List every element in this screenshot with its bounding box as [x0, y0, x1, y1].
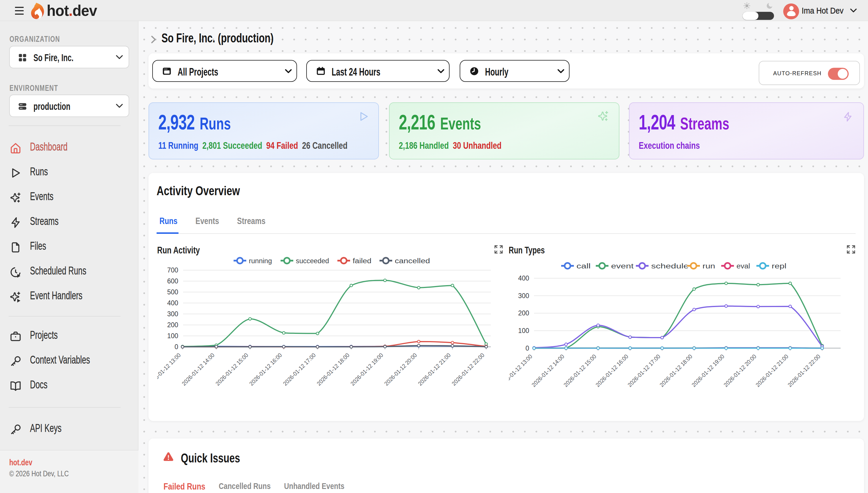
svg-text:succeeded: succeeded — [296, 257, 329, 265]
svg-text:2026-01-12 20:00: 2026-01-12 20:00 — [722, 353, 758, 388]
svg-text:cancelled: cancelled — [395, 257, 430, 265]
svg-text:600: 600 — [167, 277, 178, 285]
svg-text:500: 500 — [167, 288, 178, 296]
svg-text:2026-01-12 14:00: 2026-01-12 14:00 — [181, 352, 216, 387]
svg-text:2026-01-12 17:00: 2026-01-12 17:00 — [282, 352, 317, 387]
svg-text:2026-01-12 16:00: 2026-01-12 16:00 — [594, 353, 630, 388]
svg-text:200: 200 — [518, 309, 529, 317]
svg-text:2026-01-12 19:00: 2026-01-12 19:00 — [349, 352, 384, 387]
svg-text:100: 100 — [518, 327, 529, 335]
svg-text:2026-01-12 22:00: 2026-01-12 22:00 — [450, 352, 486, 387]
svg-text:run: run — [702, 262, 715, 270]
svg-text:0: 0 — [174, 343, 178, 350]
svg-text:2026-01-12 15:00: 2026-01-12 15:00 — [562, 353, 597, 388]
svg-text:2026-01-12 20:00: 2026-01-12 20:00 — [383, 352, 418, 387]
svg-text:call: call — [576, 262, 591, 270]
svg-text:schedule: schedule — [651, 262, 689, 270]
svg-text:700: 700 — [167, 266, 178, 274]
svg-text:repl: repl — [772, 262, 786, 270]
svg-text:0: 0 — [525, 344, 529, 352]
svg-text:2026-01-12 21:00: 2026-01-12 21:00 — [417, 352, 452, 387]
svg-text:2026-01-12 17:00: 2026-01-12 17:00 — [626, 353, 661, 388]
svg-text:400: 400 — [167, 299, 178, 307]
svg-text:2026-01-12 18:00: 2026-01-12 18:00 — [658, 353, 694, 388]
svg-text:2026-01-12 16:00: 2026-01-12 16:00 — [248, 352, 283, 387]
svg-text:event: event — [611, 262, 634, 270]
svg-text:300: 300 — [518, 292, 529, 300]
svg-text:2026-01-12 18:00: 2026-01-12 18:00 — [316, 352, 351, 387]
svg-text:eval: eval — [737, 262, 750, 270]
svg-text:running: running — [249, 257, 272, 265]
svg-text:2026-01-12 14:00: 2026-01-12 14:00 — [530, 353, 566, 388]
svg-text:2026-01-12 21:00: 2026-01-12 21:00 — [755, 353, 789, 388]
svg-text:200: 200 — [167, 321, 178, 329]
svg-text:100: 100 — [167, 332, 178, 340]
svg-text:300: 300 — [167, 310, 178, 318]
svg-text:2026-01-12 15:00: 2026-01-12 15:00 — [214, 352, 250, 387]
svg-text:failed: failed — [353, 257, 372, 265]
svg-text:2026-01-12 13:00: 2026-01-12 13:00 — [509, 353, 533, 388]
svg-text:2026-01-12 19:00: 2026-01-12 19:00 — [690, 353, 725, 388]
svg-text:2026-01-12 22:00: 2026-01-12 22:00 — [786, 353, 822, 388]
svg-text:400: 400 — [518, 275, 529, 282]
svg-text:2026-01-12 13:00: 2026-01-12 13:00 — [157, 352, 182, 387]
